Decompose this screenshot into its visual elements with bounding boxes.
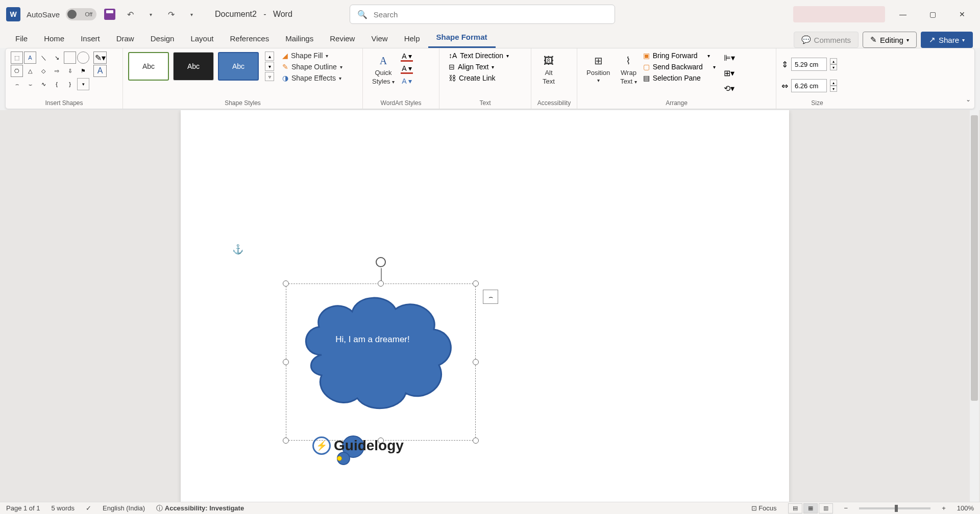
alt-text-button[interactable]: 🖼 Alt Text — [536, 52, 561, 87]
read-mode-button[interactable]: ▤ — [788, 503, 802, 513]
bring-forward-button[interactable]: ▣Bring Forward ▾ — [643, 52, 716, 60]
scrollbar-thumb[interactable] — [971, 115, 978, 401]
align-button[interactable]: ⊫▾ — [722, 52, 737, 64]
shape-diamond-icon[interactable]: ◇ — [37, 65, 50, 77]
document-page[interactable] — [181, 110, 789, 502]
undo-dropdown[interactable]: ▾ — [143, 7, 158, 21]
close-button[interactable]: ✕ — [950, 6, 974, 22]
resize-handle-bl[interactable] — [283, 438, 289, 444]
undo-button[interactable]: ↶ — [123, 7, 137, 21]
zoom-slider[interactable] — [859, 507, 930, 509]
shapes-gallery[interactable]: ⬚ A ＼ ↘ ⎔ △ ◇ ⇨ ⇩ ⚑ ⌢ ⌣ ∿ { } ▾ — [11, 52, 89, 90]
create-link-button[interactable]: ⛓Create Link — [449, 74, 509, 82]
align-text-button[interactable]: ⊟Align Text ▾ — [449, 63, 509, 71]
shape-outline-button[interactable]: ✎Shape Outline ▾ — [282, 63, 342, 71]
word-count[interactable]: 5 words — [52, 504, 75, 512]
wrap-text-button[interactable]: ⌇ Wrap Text ▾ — [616, 52, 641, 87]
shape-rect-icon[interactable] — [64, 52, 76, 64]
tab-view[interactable]: View — [363, 30, 396, 48]
web-layout-button[interactable]: ▥ — [819, 503, 833, 513]
shape-style-gallery[interactable]: Abc Abc Abc ▴ ▾ ▿ — [128, 52, 274, 81]
shape-hexagon-icon[interactable]: ⎔ — [11, 65, 23, 77]
save-button[interactable] — [103, 7, 117, 21]
adjustment-handle[interactable] — [337, 456, 342, 461]
style-swatch-1[interactable]: Abc — [128, 52, 169, 81]
shape-effects-button[interactable]: ◑Shape Effects ▾ — [282, 74, 342, 82]
rotate-button[interactable]: ⟲▾ — [722, 82, 737, 94]
shape-text[interactable]: Hi, I am a dreamer! — [291, 335, 454, 345]
width-up[interactable]: ▴ — [830, 80, 837, 86]
text-effects-button[interactable]: A ▾ — [401, 76, 413, 86]
share-button[interactable]: ↗Share▾ — [921, 32, 973, 48]
rotation-handle[interactable] — [376, 257, 386, 267]
shape-darrow-icon[interactable]: ⇩ — [64, 65, 76, 77]
height-up[interactable]: ▴ — [830, 58, 837, 64]
tab-help[interactable]: Help — [396, 30, 428, 48]
autosave-toggle[interactable]: Off — [66, 8, 96, 20]
resize-handle-ml[interactable] — [283, 359, 289, 365]
comments-button[interactable]: 💬Comments — [794, 32, 859, 48]
redo-button[interactable]: ↷ — [164, 7, 178, 21]
shape-lbrace-icon[interactable]: ⌢ — [11, 78, 23, 90]
style-swatch-3[interactable]: Abc — [218, 52, 259, 81]
tab-home[interactable]: Home — [36, 30, 72, 48]
thought-bubble-shape[interactable]: Hi, I am a dreamer! — [291, 284, 464, 421]
gallery-up-icon[interactable]: ▴ — [265, 52, 274, 61]
shape-rbrace-icon[interactable]: ⌣ — [24, 78, 36, 90]
selected-shape[interactable]: Hi, I am a dreamer! — [286, 284, 476, 441]
shape-flag-icon[interactable]: ⚑ — [77, 65, 89, 77]
language-status[interactable]: English (India) — [103, 504, 145, 512]
resize-handle-tl[interactable] — [283, 280, 289, 287]
search-box[interactable]: 🔍 — [350, 5, 615, 24]
shape-line-icon[interactable]: ＼ — [37, 52, 50, 64]
tab-design[interactable]: Design — [142, 30, 183, 48]
vertical-scrollbar[interactable] — [970, 110, 979, 502]
resize-handle-tr[interactable] — [473, 280, 479, 287]
search-input[interactable] — [374, 10, 607, 19]
shape-rbrack-icon[interactable]: } — [64, 78, 76, 90]
selection-pane-button[interactable]: ▤Selection Pane — [643, 74, 716, 82]
gallery-down-icon[interactable]: ▾ — [265, 62, 274, 71]
text-outline-button[interactable]: A ▾ — [401, 64, 413, 74]
send-backward-button[interactable]: ▢Send Backward ▾ — [643, 63, 716, 71]
zoom-in-button[interactable]: + — [942, 504, 946, 512]
restore-button[interactable]: ▢ — [921, 6, 944, 22]
height-down[interactable]: ▾ — [830, 64, 837, 70]
shape-triangle-icon[interactable]: △ — [24, 65, 36, 77]
zoom-thumb[interactable] — [895, 505, 898, 512]
shape-arrow-line-icon[interactable]: ↘ — [51, 52, 63, 64]
shape-oval-icon[interactable] — [77, 52, 89, 64]
resize-handle-mr[interactable] — [473, 359, 479, 365]
shape-lbrack-icon[interactable]: { — [51, 78, 63, 90]
shape-rarrow-icon[interactable]: ⇨ — [51, 65, 63, 77]
shape-fill-button[interactable]: ◢Shape Fill ▾ — [282, 52, 342, 60]
tab-layout[interactable]: Layout — [182, 30, 222, 48]
group-button[interactable]: ⊞▾ — [722, 67, 737, 79]
editing-mode-button[interactable]: ✎Editing▾ — [863, 32, 917, 48]
position-button[interactable]: ⊞ Position ▾ — [582, 52, 614, 85]
tab-insert[interactable]: Insert — [72, 30, 108, 48]
style-swatch-2[interactable]: Abc — [173, 52, 214, 81]
shapes-more-icon[interactable]: ▾ — [77, 78, 89, 90]
accessibility-status[interactable]: ⓘ Accessibility: Investigate — [156, 504, 244, 513]
shape-width-input[interactable] — [791, 79, 827, 92]
page-status[interactable]: Page 1 of 1 — [6, 504, 40, 512]
minimize-button[interactable]: — — [891, 6, 915, 22]
spell-check-icon[interactable]: ✓ — [86, 504, 91, 512]
tab-review[interactable]: Review — [322, 30, 363, 48]
shape-textbox-icon[interactable]: ⬚ — [11, 52, 23, 64]
collapse-ribbon-button[interactable]: ⌄ — [966, 96, 971, 103]
tab-shape-format[interactable]: Shape Format — [428, 29, 496, 48]
shape-curve-icon[interactable]: ∿ — [37, 78, 50, 90]
text-direction-button[interactable]: ↕AText Direction ▾ — [449, 52, 509, 60]
tab-draw[interactable]: Draw — [108, 30, 142, 48]
tab-references[interactable]: References — [222, 30, 277, 48]
gallery-more-icon[interactable]: ▿ — [265, 72, 274, 81]
layout-options-button[interactable]: ⌢ — [483, 290, 498, 304]
resize-handle-br[interactable] — [473, 438, 479, 444]
print-layout-button[interactable]: ▦ — [803, 503, 818, 513]
edit-shape-button[interactable]: ✎▾ — [93, 52, 107, 64]
shape-textbox2-icon[interactable]: A — [24, 52, 36, 64]
text-fill-button[interactable]: A ▾ — [401, 52, 413, 62]
zoom-level[interactable]: 100% — [957, 504, 974, 512]
